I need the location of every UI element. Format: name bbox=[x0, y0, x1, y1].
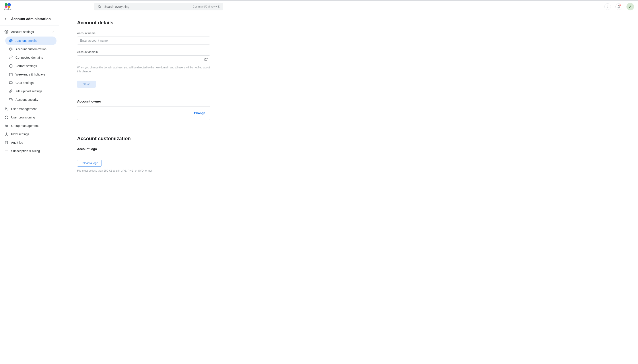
svg-point-0 bbox=[98, 6, 100, 8]
sidebar-item-label: Format settings bbox=[16, 64, 37, 68]
svg-point-7 bbox=[10, 49, 11, 49]
sidebar-item-label: Chat settings bbox=[16, 81, 34, 84]
butterfly-icon bbox=[4, 3, 12, 8]
account-name-field: Account name bbox=[77, 32, 304, 44]
chat-icon bbox=[9, 81, 13, 85]
palette-icon bbox=[9, 47, 13, 51]
brand-logo[interactable]: kissflow bbox=[4, 3, 12, 10]
account-name-label: Account name bbox=[77, 32, 304, 35]
sidebar-item-account-customization[interactable]: Account customization bbox=[5, 45, 57, 53]
svg-point-4 bbox=[6, 32, 7, 32]
sidebar-item-label: File upload settings bbox=[16, 90, 42, 93]
clipboard-icon bbox=[5, 140, 9, 144]
globe-icon bbox=[9, 39, 13, 43]
sidebar-item-label: Connected domains bbox=[16, 56, 43, 59]
calendar-icon bbox=[9, 72, 13, 76]
search-shortcut-hint: Command/Ctrl key + E bbox=[193, 5, 220, 8]
global-search[interactable]: Command/Ctrl key + E bbox=[94, 3, 223, 10]
sidebar-item-label: Account security bbox=[16, 98, 38, 102]
sidebar-item-audit-log[interactable]: Audit log bbox=[3, 138, 57, 147]
svg-line-1 bbox=[100, 7, 101, 8]
top-bar: kissflow Command/Ctrl key + E bbox=[0, 0, 638, 13]
notification-dot-icon bbox=[619, 4, 621, 6]
account-domain-field: Account domain When you change the domai… bbox=[77, 50, 304, 74]
sidebar-item-account-security[interactable]: Account security bbox=[5, 96, 57, 104]
divider bbox=[77, 93, 210, 93]
svg-rect-16 bbox=[9, 98, 12, 100]
account-owner-heading: Account owner bbox=[77, 100, 304, 103]
sidebar: Account administration Account settings … bbox=[0, 13, 59, 364]
svg-rect-23 bbox=[5, 141, 8, 144]
upload-logo-button[interactable]: Upload a logo bbox=[77, 160, 102, 166]
svg-point-20 bbox=[6, 133, 7, 133]
svg-point-18 bbox=[5, 125, 7, 126]
svg-point-17 bbox=[5, 108, 7, 109]
sidebar-item-label: Weekends & holidays bbox=[16, 72, 45, 76]
chevron-up-icon bbox=[52, 30, 55, 34]
sidebar-item-subscription-billing[interactable]: Subscription & billing bbox=[3, 147, 57, 155]
account-name-input[interactable] bbox=[77, 36, 210, 44]
sidebar-item-file-upload-settings[interactable]: File upload settings bbox=[5, 87, 57, 96]
svg-rect-24 bbox=[5, 150, 8, 152]
gear-icon bbox=[5, 30, 9, 34]
sidebar-item-account-details[interactable]: Account details bbox=[5, 36, 57, 45]
sidebar-item-format-settings[interactable]: Format settings bbox=[5, 62, 57, 70]
sidebar-item-label: Subscription & billing bbox=[11, 149, 40, 153]
sidebar-item-label: Group management bbox=[11, 124, 39, 128]
top-actions: A bbox=[604, 3, 634, 10]
sidebar-item-chat-settings[interactable]: Chat settings bbox=[5, 78, 57, 87]
account-logo-label: Account logo bbox=[77, 147, 304, 151]
external-link-icon bbox=[204, 58, 208, 61]
sidebar-section-label: Account settings bbox=[11, 30, 34, 34]
help-button[interactable] bbox=[604, 3, 611, 10]
divider bbox=[77, 129, 304, 129]
sidebar-item-user-provisioning[interactable]: User provisioning bbox=[3, 113, 57, 122]
save-button[interactable]: Save bbox=[77, 80, 96, 88]
sync-icon bbox=[5, 115, 9, 119]
help-icon bbox=[606, 5, 609, 8]
sidebar-item-label: User management bbox=[11, 107, 37, 111]
main-content: Account details Account name Account dom… bbox=[59, 13, 638, 364]
svg-rect-11 bbox=[9, 73, 13, 76]
sidebar-item-label: Account details bbox=[16, 39, 37, 42]
upload-logo-help: File must be less than 250 KB and in JPG… bbox=[77, 169, 210, 173]
open-domain-button[interactable] bbox=[204, 58, 208, 61]
flow-icon bbox=[5, 132, 9, 136]
sidebar-item-group-management[interactable]: Group management bbox=[3, 122, 57, 130]
svg-point-21 bbox=[5, 135, 6, 136]
sidebar-item-user-management[interactable]: User management bbox=[3, 105, 57, 113]
search-icon bbox=[98, 5, 101, 8]
svg-point-22 bbox=[7, 135, 8, 136]
credit-card-icon bbox=[5, 149, 9, 153]
svg-point-2 bbox=[607, 7, 608, 8]
sidebar-section-account-settings[interactable]: Account settings bbox=[3, 28, 57, 36]
sidebar-header: Account administration bbox=[0, 13, 59, 26]
account-owner-box: Change bbox=[77, 106, 210, 120]
sidebar-title: Account administration bbox=[11, 17, 51, 21]
change-owner-button[interactable]: Change bbox=[194, 111, 205, 115]
svg-point-19 bbox=[7, 125, 8, 126]
svg-point-9 bbox=[11, 49, 12, 49]
sidebar-item-weekends-holidays[interactable]: Weekends & holidays bbox=[5, 70, 57, 78]
avatar-letter: A bbox=[629, 5, 631, 8]
svg-line-26 bbox=[206, 58, 207, 60]
paperclip-icon bbox=[9, 89, 13, 93]
shield-icon bbox=[9, 98, 13, 102]
sidebar-item-connected-domains[interactable]: Connected domains bbox=[5, 53, 57, 62]
back-button[interactable] bbox=[4, 17, 9, 21]
clock-icon bbox=[9, 64, 13, 68]
account-domain-help: When you change the domain address, you … bbox=[77, 66, 210, 74]
avatar[interactable]: A bbox=[626, 3, 634, 10]
group-icon bbox=[5, 124, 9, 128]
account-domain-label: Account domain bbox=[77, 50, 304, 54]
sidebar-item-label: Audit log bbox=[11, 141, 23, 144]
notifications-button[interactable] bbox=[615, 3, 622, 10]
search-input[interactable] bbox=[104, 5, 190, 8]
svg-point-8 bbox=[11, 48, 11, 49]
sidebar-item-flow-settings[interactable]: Flow settings bbox=[3, 130, 57, 138]
customization-title: Account customization bbox=[77, 136, 304, 142]
sidebar-item-label: User provisioning bbox=[11, 116, 35, 119]
account-domain-input[interactable] bbox=[77, 55, 210, 63]
sidebar-item-label: Flow settings bbox=[11, 132, 29, 136]
sidebar-item-label: Account customization bbox=[16, 48, 47, 51]
